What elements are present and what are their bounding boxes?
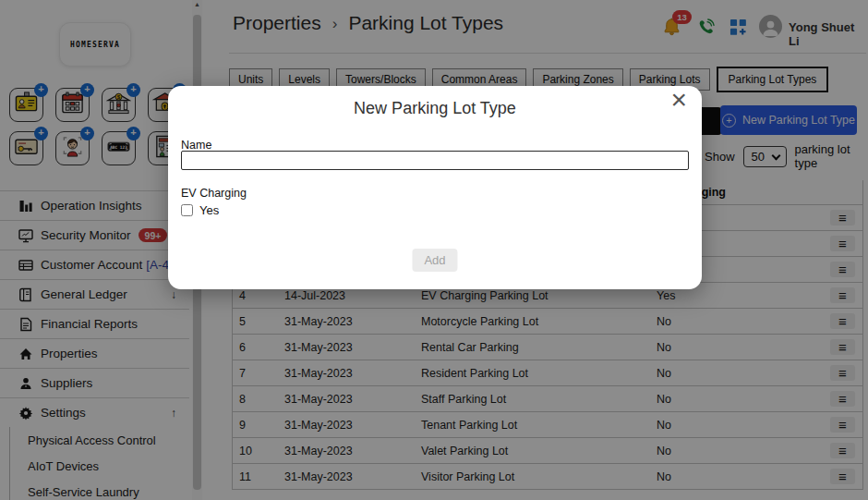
new-parking-lot-type-modal: New Parking Lot Type × Name EV Charging … [168,86,702,289]
yes-label: Yes [199,203,219,217]
ev-charging-label: EV Charging [181,187,247,200]
app-root: HOMESERVA ++$++++ABC 123++ Operation Ins… [0,0,868,500]
modal-title: New Parking Lot Type [168,99,702,118]
ev-charging-option: Yes [181,203,219,217]
name-label: Name [181,139,211,152]
name-input[interactable] [181,151,689,170]
ev-charging-checkbox[interactable] [181,204,193,216]
close-icon[interactable]: × [670,84,687,115]
add-button[interactable]: Add [412,249,457,272]
